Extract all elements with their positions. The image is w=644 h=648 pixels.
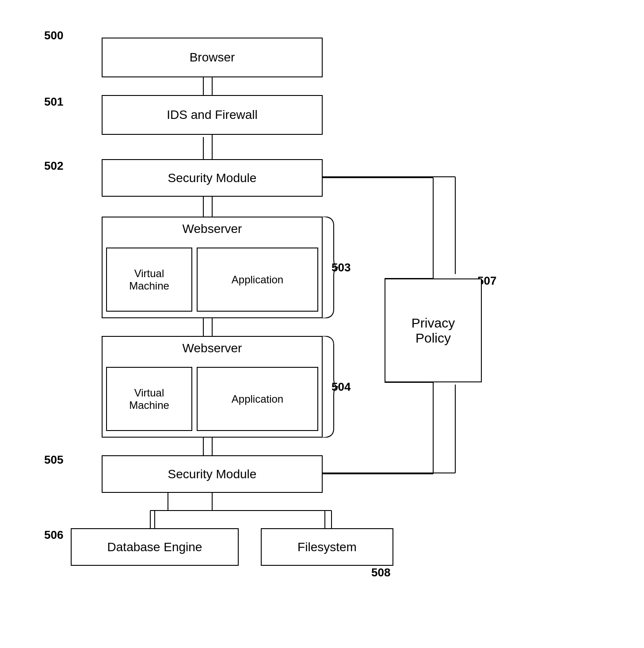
security-module-top-box: Security Module <box>102 159 323 197</box>
privacy-policy-label: Privacy Policy <box>412 316 455 346</box>
browser-label: Browser <box>190 50 235 65</box>
webserver1-label: Webserver <box>183 222 242 236</box>
webserver2-label: Webserver <box>183 341 242 355</box>
label-508: 508 <box>371 566 390 579</box>
brace-503 <box>318 217 340 318</box>
ids-firewall-label: IDS and Firewall <box>167 108 257 122</box>
ids-firewall-box: IDS and Firewall <box>102 95 323 135</box>
application1-box: Application <box>197 248 318 312</box>
virtual-machine1-box: Virtual Machine <box>106 248 192 312</box>
privacy-policy-box: Privacy Policy <box>385 278 482 382</box>
security-module-top-label: Security Module <box>168 171 257 185</box>
database-engine-label: Database Engine <box>107 540 202 554</box>
label-506: 506 <box>44 528 63 542</box>
label-505: 505 <box>44 453 63 467</box>
virtual-machine2-label: Virtual Machine <box>129 387 169 412</box>
label-501: 501 <box>44 95 63 109</box>
label-500: 500 <box>44 29 63 42</box>
browser-box: Browser <box>102 38 323 77</box>
database-engine-box: Database Engine <box>71 528 239 566</box>
security-module-bottom-label: Security Module <box>168 467 257 481</box>
brace-504 <box>318 336 340 438</box>
application2-label: Application <box>232 393 283 405</box>
application1-label: Application <box>232 274 283 286</box>
application2-box: Application <box>197 367 318 431</box>
virtual-machine1-label: Virtual Machine <box>129 267 169 292</box>
filesystem-box: Filesystem <box>261 528 393 566</box>
virtual-machine2-box: Virtual Machine <box>106 367 192 431</box>
label-502: 502 <box>44 159 63 173</box>
filesystem-label: Filesystem <box>297 540 357 554</box>
security-module-bottom-box: Security Module <box>102 455 323 493</box>
diagram-container: 500 Browser 501 IDS and Firewall 502 Sec… <box>0 0 644 648</box>
